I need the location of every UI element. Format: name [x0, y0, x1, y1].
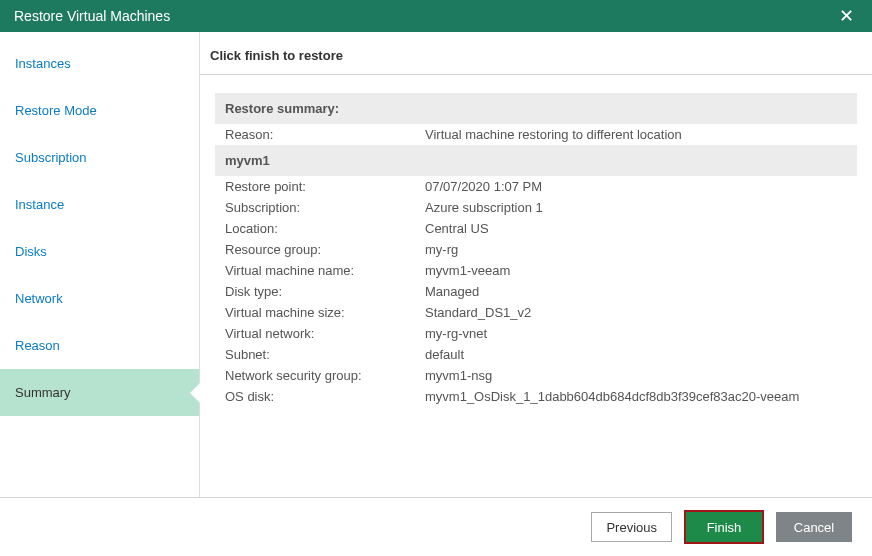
- summary-value: my-rg: [425, 242, 847, 257]
- summary-key: OS disk:: [225, 389, 425, 404]
- cancel-button[interactable]: Cancel: [776, 512, 852, 542]
- summary-row: Resource group:my-rg: [215, 239, 857, 260]
- summary-key: Virtual network:: [225, 326, 425, 341]
- summary-value: Standard_DS1_v2: [425, 305, 847, 320]
- summary-key: Restore point:: [225, 179, 425, 194]
- sidebar-item-label: Subscription: [15, 150, 87, 165]
- sidebar: InstancesRestore ModeSubscriptionInstanc…: [0, 32, 200, 497]
- sidebar-item-label: Reason: [15, 338, 60, 353]
- titlebar: Restore Virtual Machines ✕: [0, 0, 872, 32]
- summary-row: OS disk:myvm1_OsDisk_1_1dabb604db684dcf8…: [215, 386, 857, 407]
- previous-button[interactable]: Previous: [591, 512, 672, 542]
- sidebar-item-summary[interactable]: Summary: [0, 369, 199, 416]
- summary-row: Subnet:default: [215, 344, 857, 365]
- window-title: Restore Virtual Machines: [14, 8, 170, 24]
- sidebar-item-label: Instances: [15, 56, 71, 71]
- summary-value: Virtual machine restoring to different l…: [425, 127, 847, 142]
- summary-row: Subscription:Azure subscription 1: [215, 197, 857, 218]
- section-header: myvm1: [215, 145, 857, 176]
- summary-row: Restore point:07/07/2020 1:07 PM: [215, 176, 857, 197]
- summary-row: Virtual machine name:myvm1-veeam: [215, 260, 857, 281]
- summary-value: 07/07/2020 1:07 PM: [425, 179, 847, 194]
- main-header-text: Click finish to restore: [210, 48, 343, 63]
- main: Click finish to restore Restore summary:…: [200, 32, 872, 497]
- summary-key: Virtual machine name:: [225, 263, 425, 278]
- summary-value: Central US: [425, 221, 847, 236]
- summary-key: Virtual machine size:: [225, 305, 425, 320]
- summary-value: myvm1_OsDisk_1_1dabb604db684dcf8db3f39ce…: [425, 389, 847, 404]
- summary-row: Virtual network:my-rg-vnet: [215, 323, 857, 344]
- main-header: Click finish to restore: [200, 32, 872, 75]
- footer: Previous Finish Cancel: [0, 497, 872, 556]
- summary-key: Subscription:: [225, 200, 425, 215]
- summary-row: Network security group:myvm1-nsg: [215, 365, 857, 386]
- sidebar-item-reason[interactable]: Reason: [0, 322, 199, 369]
- summary-key: Reason:: [225, 127, 425, 142]
- summary-value: default: [425, 347, 847, 362]
- sidebar-item-network[interactable]: Network: [0, 275, 199, 322]
- section-header: Restore summary:: [215, 93, 857, 124]
- summary-key: Disk type:: [225, 284, 425, 299]
- sidebar-item-label: Summary: [15, 385, 71, 400]
- summary-row: Location:Central US: [215, 218, 857, 239]
- summary-value: Managed: [425, 284, 847, 299]
- summary-row: Reason:Virtual machine restoring to diff…: [215, 124, 857, 145]
- summary-value: myvm1-nsg: [425, 368, 847, 383]
- summary-key: Network security group:: [225, 368, 425, 383]
- sidebar-item-label: Restore Mode: [15, 103, 97, 118]
- close-icon[interactable]: ✕: [834, 5, 858, 27]
- finish-button[interactable]: Finish: [686, 512, 762, 542]
- content: InstancesRestore ModeSubscriptionInstanc…: [0, 32, 872, 497]
- sidebar-item-restore-mode[interactable]: Restore Mode: [0, 87, 199, 134]
- summary-row: Virtual machine size:Standard_DS1_v2: [215, 302, 857, 323]
- summary-key: Subnet:: [225, 347, 425, 362]
- sidebar-item-label: Instance: [15, 197, 64, 212]
- summary-value: my-rg-vnet: [425, 326, 847, 341]
- summary-key: Location:: [225, 221, 425, 236]
- sidebar-item-label: Disks: [15, 244, 47, 259]
- summary-value: Azure subscription 1: [425, 200, 847, 215]
- sidebar-item-label: Network: [15, 291, 63, 306]
- sidebar-item-instance[interactable]: Instance: [0, 181, 199, 228]
- sidebar-item-disks[interactable]: Disks: [0, 228, 199, 275]
- summary-row: Disk type:Managed: [215, 281, 857, 302]
- sidebar-item-instances[interactable]: Instances: [0, 40, 199, 87]
- summary-key: Resource group:: [225, 242, 425, 257]
- main-body: Restore summary:Reason:Virtual machine r…: [200, 75, 872, 497]
- summary-value: myvm1-veeam: [425, 263, 847, 278]
- sidebar-item-subscription[interactable]: Subscription: [0, 134, 199, 181]
